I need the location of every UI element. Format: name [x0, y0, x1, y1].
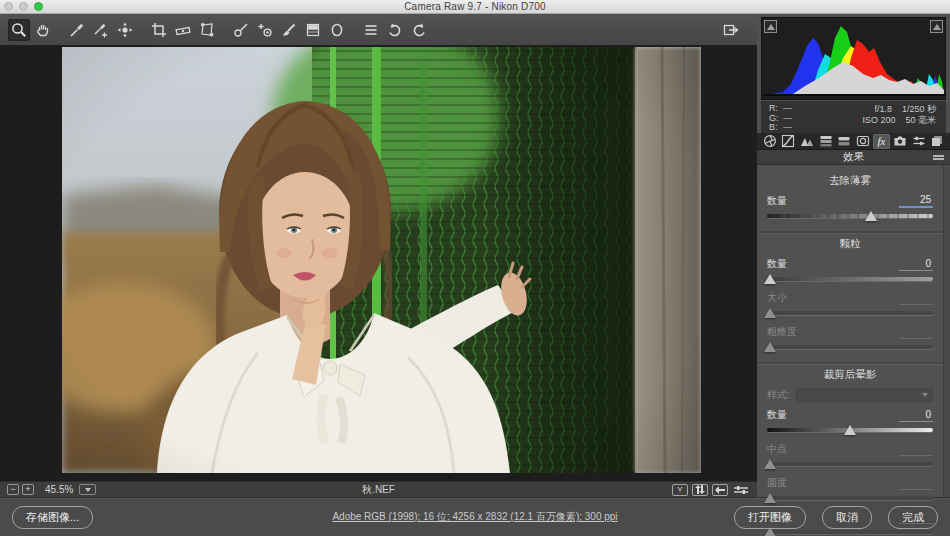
straighten-tool-icon[interactable] [172, 19, 194, 41]
dehaze-section-title: 去除薄雾 [767, 174, 933, 188]
shadow-clipping-indicator[interactable] [764, 20, 777, 33]
rotate-right-icon[interactable] [408, 19, 430, 41]
swap-before-after-button[interactable] [692, 484, 708, 496]
targeted-adjustment-tool-icon[interactable] [114, 19, 136, 41]
panel-title: 效果 [843, 150, 864, 164]
tab-presets[interactable] [910, 134, 928, 149]
vignette-style-label: 样式: [767, 388, 790, 402]
vignette-roundness-value [899, 488, 933, 490]
zoom-in-button[interactable]: + [22, 484, 34, 495]
tab-tone-curve[interactable] [780, 134, 798, 149]
grain-size-label: 大小 [767, 291, 787, 305]
grain-amount-label: 数量 [767, 257, 787, 271]
b-label: B: [769, 123, 783, 133]
done-button[interactable]: 完成 [888, 506, 938, 529]
exif-info: R:--- G:--- B:--- f/1.81/250 秒 ISO 20050… [761, 101, 946, 133]
fx-tab-label: fx [877, 135, 885, 147]
transform-tool-icon[interactable] [196, 19, 218, 41]
vignette-midpoint-value [899, 454, 933, 456]
grain-roughness-slider [767, 341, 933, 353]
grain-roughness-label: 粗糙度 [767, 325, 797, 339]
effects-panel: 去除薄雾 数量 25 颗粒 数量 0 大小 粗糙度 [757, 166, 943, 497]
vignette-midpoint-slider [767, 458, 933, 470]
histogram-plot [763, 18, 946, 98]
grain-section-title: 颗粒 [767, 237, 933, 251]
before-after-toggle-button[interactable]: Y [672, 484, 688, 496]
close-window-button [4, 2, 13, 11]
chevron-down-icon [85, 488, 91, 492]
preview-preferences-icon[interactable] [732, 484, 750, 496]
zoom-out-button[interactable]: − [7, 484, 19, 495]
minimize-window-button [19, 2, 28, 11]
tab-split-toning[interactable] [835, 134, 853, 149]
toggle-fullscreen-icon[interactable] [720, 19, 742, 41]
grain-size-slider [767, 307, 933, 319]
filename-label: 秋.NEF [0, 483, 757, 497]
radial-filter-tool-icon[interactable] [326, 19, 348, 41]
open-image-button[interactable]: 打开图像 [734, 506, 806, 529]
chevron-down-icon [922, 393, 928, 397]
tab-detail[interactable] [798, 134, 816, 149]
tab-hsl-grayscale[interactable] [817, 134, 835, 149]
vignette-midpoint-label: 中点 [767, 442, 787, 456]
panel-menu-icon[interactable] [933, 155, 944, 157]
vignette-roundness-label: 圆度 [767, 476, 787, 490]
grain-amount-slider[interactable] [767, 273, 933, 285]
aperture-value: f/1.8 [874, 104, 892, 114]
spot-removal-tool-icon[interactable] [230, 19, 252, 41]
vignette-amount-label: 数量 [767, 408, 787, 422]
red-eye-tool-icon[interactable] [254, 19, 276, 41]
copy-settings-button[interactable] [712, 484, 728, 496]
vignette-style-dropdown [796, 388, 933, 402]
zoom-window-button[interactable] [34, 2, 43, 11]
panel-tabstrip: fx [757, 133, 950, 150]
save-image-button[interactable]: 存储图像... [12, 506, 93, 529]
dehaze-amount-slider[interactable] [767, 210, 933, 222]
panel-scrollbar[interactable] [943, 166, 950, 497]
tab-snapshots[interactable] [928, 134, 946, 149]
window-title: Camera Raw 9.7 - Nikon D700 [404, 1, 546, 12]
right-panel: R:--- G:--- B:--- f/1.81/250 秒 ISO 20050… [757, 14, 950, 497]
vignette-roundness-slider [767, 492, 933, 504]
dehaze-amount-value[interactable]: 25 [899, 194, 933, 208]
graduated-filter-tool-icon[interactable] [302, 19, 324, 41]
traffic-lights [4, 2, 43, 11]
r-value: --- [783, 103, 792, 113]
color-sampler-tool-icon[interactable] [90, 19, 112, 41]
vignette-amount-value[interactable]: 0 [899, 409, 933, 422]
hand-tool-icon[interactable] [32, 19, 54, 41]
photo-preview[interactable] [62, 47, 701, 473]
grain-roughness-value [899, 337, 933, 339]
zoom-level-dropdown[interactable] [79, 484, 96, 495]
rotate-left-icon[interactable] [384, 19, 406, 41]
grain-amount-value[interactable]: 0 [899, 258, 933, 271]
cancel-button[interactable]: 取消 [822, 506, 872, 529]
preferences-icon[interactable] [360, 19, 382, 41]
panel-header: 效果 [757, 150, 950, 165]
section-divider [757, 362, 943, 364]
adjustment-brush-tool-icon[interactable] [278, 19, 300, 41]
highlight-clipping-indicator[interactable] [930, 20, 943, 33]
grain-size-value [899, 303, 933, 305]
b-value: --- [783, 122, 792, 132]
tab-effects[interactable]: fx [873, 134, 891, 149]
titlebar: Camera Raw 9.7 - Nikon D700 [0, 0, 950, 14]
preview-statusbar: − + 45.5% 秋.NEF Y [0, 481, 757, 497]
shutter-value: 1/250 秒 [902, 104, 936, 114]
focal-length-value: 50 毫米 [905, 115, 936, 125]
crop-tool-icon[interactable] [148, 19, 170, 41]
section-divider [757, 231, 943, 233]
vignette-section-title: 裁剪后晕影 [767, 368, 933, 382]
tab-lens-corrections[interactable] [854, 134, 872, 149]
vignette-amount-slider[interactable] [767, 424, 933, 436]
dehaze-amount-label: 数量 [767, 194, 787, 208]
g-value: --- [783, 113, 792, 123]
tab-camera-calibration[interactable] [891, 134, 909, 149]
histogram [761, 17, 946, 100]
white-balance-tool-icon[interactable] [66, 19, 88, 41]
tab-basic[interactable] [761, 134, 779, 149]
zoom-level-value: 45.5% [45, 484, 73, 495]
preview-canvas[interactable] [0, 46, 757, 481]
iso-value: ISO 200 [862, 115, 895, 125]
zoom-tool-icon[interactable] [8, 19, 30, 41]
